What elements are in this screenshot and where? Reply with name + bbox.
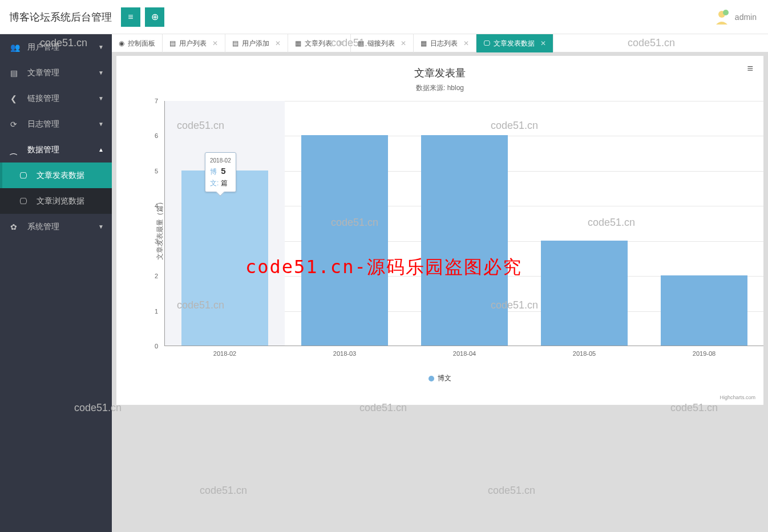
bar-2018-02[interactable] — [181, 170, 268, 346]
tab-用户列表[interactable]: ▤用户列表✕ — [163, 34, 225, 52]
top-header: 博客论坛系统后台管理 ≡ ⊕ admin — [0, 0, 768, 34]
x-tick: 2018-05 — [573, 350, 596, 357]
bar-2019-08[interactable] — [661, 275, 747, 346]
y-tick: 4 — [155, 202, 158, 209]
tooltip-header: 2018-02 — [210, 156, 231, 165]
tab-label: 文章发表数据 — [494, 39, 535, 48]
svg-point-1 — [723, 10, 729, 15]
chevron-down-icon: ▼ — [98, 95, 104, 101]
fullscreen-button[interactable]: ⊕ — [145, 7, 164, 27]
y-tick: 2 — [155, 273, 158, 279]
table-icon: ▦ — [295, 39, 301, 47]
main: ◉控制面板▤用户列表✕▤用户添加✕▦文章列表✕▦链接列表✕▦日志列表✕🖵文章发表… — [112, 34, 768, 532]
clock-icon: ⟳ — [10, 120, 22, 129]
sidebar-item-系统管理[interactable]: ✿系统管理▼ — [0, 214, 112, 239]
user-name: admin — [735, 13, 757, 22]
chart-credits: Highcharts.com — [720, 395, 755, 400]
chart-panel: ≡ 文章发表量 数据来源: hblog 文章发表最量（篇） 0123456720… — [116, 56, 763, 405]
sidebar-item-日志管理[interactable]: ⟳日志管理▼ — [0, 111, 112, 137]
chart-subtitle: 数据来源: hblog — [122, 83, 758, 93]
table-icon: ▦ — [358, 39, 364, 47]
tab-用户添加[interactable]: ▤用户添加✕ — [225, 34, 288, 52]
x-tick: 2018-03 — [333, 350, 356, 357]
y-tick: 3 — [155, 238, 158, 245]
sidebar-item-文章浏览数据[interactable]: 🖵文章浏览数据 — [0, 188, 112, 214]
sidebar-item-label: 系统管理 — [27, 222, 59, 232]
app-title: 博客论坛系统后台管理 — [9, 10, 112, 24]
y-tick: 0 — [155, 343, 158, 350]
sidebar-item-label: 用户管理 — [27, 42, 59, 52]
file-icon: ▤ — [10, 68, 22, 78]
close-icon[interactable]: ✕ — [275, 39, 281, 47]
share-icon: ❮ — [10, 94, 22, 103]
chevron-down-icon: ▼ — [98, 224, 104, 230]
y-tick: 5 — [155, 168, 158, 174]
tab-日志列表[interactable]: ▦日志列表✕ — [414, 34, 476, 52]
sidebar-item-label: 文章管理 — [27, 68, 59, 78]
list-icon: ▤ — [232, 39, 239, 47]
pulse-icon: ⁔ — [10, 145, 22, 155]
chart-tooltip: 2018-02 博 5 文: 篇 — [205, 152, 236, 192]
tab-label: 链接列表 — [367, 39, 395, 48]
x-tick: 2018-02 — [213, 350, 236, 357]
chart-legend[interactable]: 博文 — [122, 373, 758, 383]
y-tick: 6 — [155, 132, 158, 139]
bar-2018-05[interactable] — [541, 241, 627, 346]
gear-icon: ✿ — [10, 222, 22, 232]
sidebar-item-label: 文章浏览数据 — [37, 196, 84, 206]
sidebar-item-文章发表数据[interactable]: 🖵文章发表数据 — [0, 163, 112, 188]
sidebar-item-数据管理[interactable]: ⁔数据管理▲ — [0, 137, 112, 163]
close-icon[interactable]: ✕ — [338, 39, 343, 47]
close-icon[interactable]: ✕ — [212, 39, 218, 47]
tab-bar: ◉控制面板▤用户列表✕▤用户添加✕▦文章列表✕▦链接列表✕▦日志列表✕🖵文章发表… — [112, 34, 768, 52]
sidebar-item-链接管理[interactable]: ❮链接管理▼ — [0, 86, 112, 111]
monitor-icon: 🖵 — [19, 197, 31, 206]
x-tick: 2019-08 — [693, 350, 716, 357]
chart-title: 文章发表量 — [122, 66, 758, 80]
tab-label: 用户列表 — [179, 39, 207, 48]
sidebar-item-label: 链接管理 — [27, 94, 59, 104]
tab-文章列表[interactable]: ▦文章列表✕ — [288, 34, 351, 52]
tooltip-series-suffix: 文: — [210, 179, 219, 187]
tab-链接列表[interactable]: ▦链接列表✕ — [351, 34, 414, 52]
legend-dot-icon — [429, 376, 434, 381]
y-tick: 7 — [155, 98, 158, 104]
tab-label: 文章列表 — [305, 39, 332, 48]
x-tick: 2018-04 — [453, 350, 476, 357]
tab-label: 控制面板 — [128, 39, 155, 48]
user-area[interactable]: admin — [713, 9, 757, 26]
grid: 012345672018-022018-032018-042018-052019… — [164, 101, 763, 346]
bar-2018-03[interactable] — [301, 135, 387, 346]
dashboard-icon: ◉ — [119, 39, 124, 47]
tooltip-value: 5 — [221, 166, 225, 176]
monitor-icon: 🖵 — [19, 171, 31, 180]
users-icon: 👥 — [10, 43, 22, 52]
tab-label: 日志列表 — [430, 39, 458, 48]
chevron-down-icon: ▼ — [98, 44, 104, 50]
close-icon[interactable]: ✕ — [540, 39, 546, 47]
tab-文章发表数据[interactable]: 🖵文章发表数据✕ — [476, 34, 553, 52]
sidebar-item-文章管理[interactable]: ▤文章管理▼ — [0, 60, 112, 86]
chevron-down-icon: ▼ — [98, 70, 104, 76]
monitor-icon: 🖵 — [483, 39, 490, 47]
tab-控制面板[interactable]: ◉控制面板 — [112, 34, 163, 52]
y-tick: 1 — [155, 308, 158, 315]
tab-label: 用户添加 — [242, 39, 269, 48]
sidebar-item-label: 日志管理 — [27, 119, 59, 129]
chart-menu-icon[interactable]: ≡ — [747, 63, 753, 75]
tooltip-unit: 篇 — [221, 179, 228, 187]
collapse-nav-button[interactable]: ≡ — [121, 7, 140, 27]
plot-area: 文章发表最量（篇） 012345672018-022018-032018-042… — [151, 101, 747, 358]
close-icon[interactable]: ✕ — [463, 39, 469, 47]
chevron-up-icon: ▲ — [98, 147, 104, 153]
chevron-down-icon: ▼ — [98, 121, 104, 127]
table-icon: ▦ — [421, 39, 427, 47]
sidebar: 👥用户管理▼▤文章管理▼❮链接管理▼⟳日志管理▼⁔数据管理▲🖵文章发表数据🖵文章… — [0, 34, 112, 532]
sidebar-item-用户管理[interactable]: 👥用户管理▼ — [0, 34, 112, 60]
sidebar-item-label: 数据管理 — [27, 145, 59, 155]
legend-label: 博文 — [438, 374, 451, 382]
close-icon[interactable]: ✕ — [401, 39, 406, 47]
list-icon: ▤ — [169, 39, 176, 47]
avatar-icon — [713, 9, 730, 26]
bar-2018-04[interactable] — [421, 135, 507, 346]
